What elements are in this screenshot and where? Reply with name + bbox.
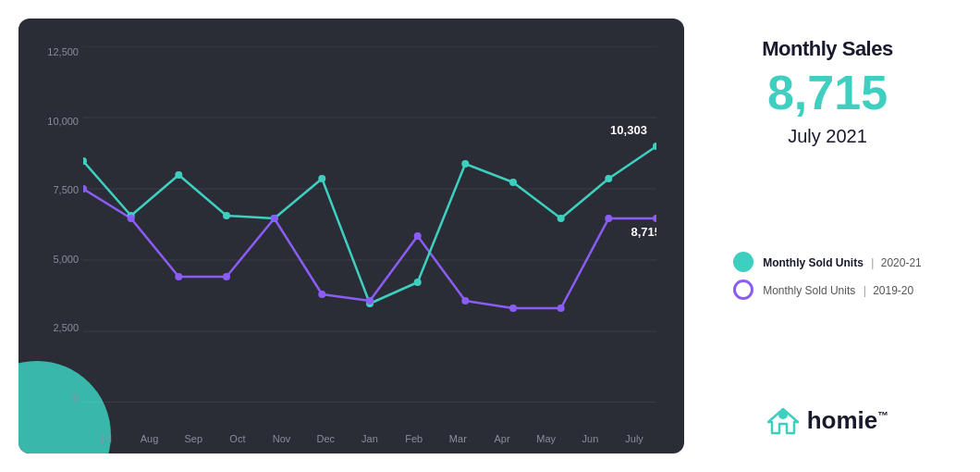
- dot-2021-5: [318, 175, 325, 182]
- legend-item-2020: Monthly Sold Units | 2019-20: [733, 279, 913, 300]
- x-label-jul: Jul: [83, 433, 128, 444]
- dot-2021-3: [223, 212, 230, 219]
- dot-2021-7: [414, 279, 422, 286]
- dot-2021-9: [509, 179, 517, 186]
- chart-area: 12,500 10,000 7,500 5,000 2,500 0 Jul Au…: [18, 19, 684, 453]
- dot-2021-2: [175, 171, 182, 179]
- legend: Monthly Sold Units | 2020-21 Monthly Sol…: [733, 252, 922, 300]
- x-label-feb: Feb: [392, 433, 436, 444]
- x-label-mar: Mar: [436, 433, 481, 444]
- dot-2020-5: [318, 291, 325, 298]
- legend-label-year-2: 2019-20: [873, 284, 913, 297]
- legend-sep-2: |: [864, 284, 869, 297]
- monthly-sales-value: 8,715: [767, 68, 888, 117]
- monthly-sales-title: Monthly Sales: [762, 37, 892, 61]
- label-10303: 10,303: [610, 123, 647, 137]
- sidebar: Monthly Sales 8,715 July 2021 Monthly So…: [684, 19, 962, 453]
- dot-2021-11: [605, 175, 612, 182]
- dot-2020-10: [557, 304, 565, 312]
- dot-2020-6: [366, 297, 374, 304]
- chart-svg: 10,303 8,715: [83, 46, 656, 403]
- legend-icon-purple: [733, 279, 753, 300]
- y-label-7500: 7,500: [53, 184, 79, 195]
- series-2021-line: [83, 146, 656, 304]
- homie-text: homie™: [807, 406, 889, 435]
- legend-label-year-1: 2020-21: [881, 256, 922, 269]
- dot-2021-10: [557, 215, 565, 222]
- dot-2020-8: [461, 297, 469, 304]
- dot-2020-4: [271, 215, 278, 222]
- dot-2020-11: [605, 215, 612, 222]
- dot-2020-2: [175, 273, 182, 280]
- homie-logo: homie™: [766, 405, 889, 435]
- legend-icon-teal: [733, 252, 753, 272]
- dot-2020-9: [509, 304, 517, 312]
- x-label-oct: Oct: [215, 433, 260, 444]
- x-label-aug: Aug: [128, 433, 172, 444]
- svg-point-7: [778, 410, 788, 419]
- y-label-12500: 12,500: [47, 46, 79, 57]
- monthly-sales-date: July 2021: [788, 126, 867, 147]
- legend-sep-1: |: [871, 256, 876, 269]
- x-label-july: July: [612, 433, 656, 444]
- dot-2020-7: [414, 232, 422, 240]
- dot-2020-1: [128, 215, 135, 222]
- legend-label-normal-2: Monthly Sold Units: [763, 284, 855, 297]
- dot-2020-3: [223, 273, 230, 280]
- x-label-jan: Jan: [348, 433, 392, 444]
- dot-2021-8: [461, 160, 469, 168]
- x-label-jun: Jun: [569, 433, 613, 444]
- legend-text-2021: Monthly Sold Units | 2020-21: [763, 254, 922, 270]
- x-label-may: May: [524, 433, 569, 444]
- y-label-5000: 5,000: [53, 254, 79, 265]
- y-label-0: 0: [73, 391, 79, 403]
- y-label-10000: 10,000: [47, 116, 79, 127]
- series-2020-line: [83, 189, 656, 308]
- x-label-nov: Nov: [260, 433, 304, 444]
- x-axis: Jul Aug Sep Oct Nov Dec Jan Feb Mar Apr …: [83, 433, 656, 444]
- dot-2020-12: [653, 215, 656, 222]
- legend-text-2020: Monthly Sold Units | 2019-20: [763, 281, 913, 298]
- y-axis: 12,500 10,000 7,500 5,000 2,500 0: [28, 46, 79, 403]
- legend-item-2021: Monthly Sold Units | 2020-21: [733, 252, 922, 272]
- y-label-2500: 2,500: [53, 322, 79, 333]
- x-label-apr: Apr: [480, 433, 524, 444]
- legend-label-bold-1: Monthly Sold Units: [763, 256, 864, 269]
- x-label-sep: Sep: [171, 433, 215, 444]
- label-8715: 8,715: [631, 225, 656, 239]
- x-label-dec: Dec: [303, 433, 348, 444]
- main-container: 12,500 10,000 7,500 5,000 2,500 0 Jul Au…: [0, 0, 980, 472]
- sidebar-top: Monthly Sales 8,715 July 2021: [762, 37, 892, 173]
- homie-icon: [766, 405, 800, 435]
